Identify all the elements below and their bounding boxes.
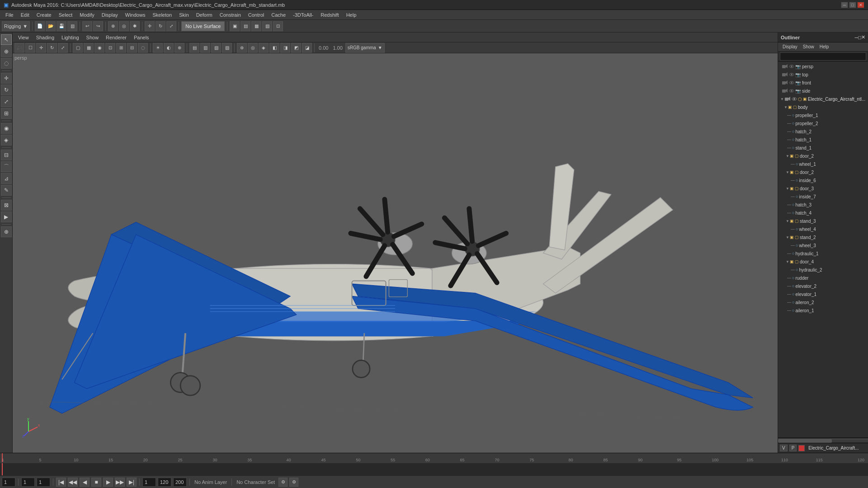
vis-cam-top[interactable] xyxy=(782,71,788,78)
menu-file[interactable]: File xyxy=(2,11,17,19)
measure-tool[interactable]: ⊿ xyxy=(1,173,12,184)
mode-dropdown[interactable]: Rigging ▼ xyxy=(2,21,30,31)
vp-extra-4[interactable]: ◧ xyxy=(269,43,279,53)
stand3-expand-icon[interactable]: ▼ xyxy=(785,219,790,223)
play-back-button[interactable]: ◀ xyxy=(80,478,90,487)
sculpt-tool[interactable]: ◈ xyxy=(1,135,12,145)
go-start-button[interactable]: |◀ xyxy=(56,478,66,487)
vp-res-1[interactable]: ▤ xyxy=(189,43,199,53)
door2-expand-icon[interactable]: ▼ xyxy=(785,154,790,158)
3d-viewport[interactable]: persp x y z xyxy=(13,53,778,453)
scale-tool[interactable]: ⤢ xyxy=(166,21,176,31)
outliner-hscrollbar-thumb[interactable] xyxy=(778,439,832,443)
anim-layer-btn[interactable]: ⚙ xyxy=(278,478,288,487)
tree-item-aileron-2[interactable]: — ○ aileron_2 xyxy=(778,298,868,306)
vp-menu-lighting[interactable]: Lighting xyxy=(58,34,83,41)
tree-item-hatch-3[interactable]: — ○ hatch_3 xyxy=(778,201,868,209)
render-btn-1[interactable]: ▣ xyxy=(230,21,240,31)
vp-extra-7[interactable]: ◪ xyxy=(302,43,312,53)
vp-snap-1[interactable]: ⊕ xyxy=(175,43,184,53)
menu-skeleton[interactable]: Skeleton xyxy=(149,11,175,19)
tree-item-door-4[interactable]: ▼ ▣ ▢ door_4 xyxy=(778,258,868,266)
range-start-display[interactable]: 1 xyxy=(142,478,156,487)
render-btn-2[interactable]: ▤ xyxy=(241,21,250,31)
close-button[interactable]: ✕ xyxy=(857,2,864,8)
tree-item-door-2b[interactable]: ▼ ▣ ▢ door_2 xyxy=(778,168,868,176)
select-tool[interactable]: ⊕ xyxy=(108,21,118,31)
scale-tool-left[interactable]: ⤢ xyxy=(1,96,12,107)
step-forward-button[interactable]: ▶▶ xyxy=(115,478,125,487)
tree-item-front[interactable]: 📷 front xyxy=(778,79,868,87)
menu-redshift[interactable]: Redshift xyxy=(317,11,342,19)
vis-cam-persp[interactable] xyxy=(782,63,788,70)
menu-display[interactable]: Display xyxy=(98,11,122,19)
timeline-ruler[interactable]: 1 5 10 15 20 25 30 35 40 45 50 55 60 65 … xyxy=(0,453,868,463)
vis-eye-top[interactable] xyxy=(788,71,795,78)
vp-menu-show[interactable]: Show xyxy=(83,34,103,41)
render-btn-3[interactable]: ▦ xyxy=(251,21,261,31)
menu-windows[interactable]: Windows xyxy=(122,11,149,19)
minimize-button[interactable]: ─ xyxy=(841,2,848,8)
vp-extra-5[interactable]: ◨ xyxy=(280,43,290,53)
menu-help[interactable]: Help xyxy=(343,11,360,19)
menu-deform[interactable]: Deform xyxy=(193,11,216,19)
paint-select-tool[interactable]: ⊕ xyxy=(1,46,12,57)
outliner-color-swatch[interactable] xyxy=(798,445,805,451)
vp-shading-7[interactable]: ◌ xyxy=(138,43,148,53)
vp-rotate-btn[interactable]: ↻ xyxy=(47,43,57,53)
lasso-select-tool[interactable]: ◌ xyxy=(1,58,12,69)
tree-item-side[interactable]: 📷 side xyxy=(778,87,868,95)
vis-cam-root[interactable] xyxy=(784,96,791,102)
vp-menu-panels[interactable]: Panels xyxy=(130,34,153,41)
tree-item-propeller-1[interactable]: — ○ propeller_1 xyxy=(778,111,868,119)
vp-res-3[interactable]: ▧ xyxy=(211,43,221,53)
body-expand-icon[interactable]: ▼ xyxy=(783,105,788,109)
stand2-expand-icon[interactable]: ▼ xyxy=(785,235,790,239)
maximize-button[interactable]: □ xyxy=(849,2,856,8)
step-back-button[interactable]: ◀◀ xyxy=(68,478,78,487)
tree-item-rudder[interactable]: — ○ rudder xyxy=(778,274,868,282)
tree-item-aircraft-root[interactable]: ▼ ⬡ ▣ Electric_Cargo_Aircraft_ntl... xyxy=(778,95,868,103)
render-tool[interactable]: ▶ xyxy=(1,211,12,222)
tree-item-door-2[interactable]: ▼ ▣ ▢ door_2 xyxy=(778,152,868,160)
universal-manip[interactable]: ⊞ xyxy=(1,108,12,119)
curve-tool[interactable]: ⌒ xyxy=(1,161,12,172)
tree-item-hatch-4[interactable]: — ○ hatch_4 xyxy=(778,209,868,217)
tree-item-inside-7[interactable]: — ○ inside_7 xyxy=(778,192,868,201)
char-set-btn[interactable]: ⚙ xyxy=(289,478,298,487)
vis-eye-side[interactable] xyxy=(788,88,795,94)
vp-move-btn[interactable]: ✛ xyxy=(36,43,46,53)
tree-item-inside-6[interactable]: — ○ inside_6 xyxy=(778,176,868,184)
menu-control[interactable]: Control xyxy=(245,11,268,19)
rotate-tool[interactable]: ↻ xyxy=(156,21,165,31)
tree-item-stand-1[interactable]: — ○ stand_1 xyxy=(778,144,868,152)
timeline-cursor[interactable] xyxy=(2,453,3,462)
vp-shading-5[interactable]: ⊞ xyxy=(116,43,126,53)
vis-eye-front[interactable] xyxy=(788,80,795,86)
move-tool[interactable]: ✛ xyxy=(145,21,155,31)
vp-res-2[interactable]: ▥ xyxy=(200,43,210,53)
door3-expand-icon[interactable]: ▼ xyxy=(785,187,790,191)
outliner-minimize[interactable]: ─ xyxy=(855,35,859,40)
menu-cache[interactable]: Cache xyxy=(268,11,289,19)
vis-eye-persp[interactable] xyxy=(788,63,795,70)
vp-cam-btn[interactable]: 🎥 xyxy=(14,43,24,53)
vp-shading-2[interactable]: ▦ xyxy=(84,43,94,53)
annotate-tool[interactable]: ✎ xyxy=(1,185,12,196)
tree-item-wheel-1[interactable]: — ○ wheel_1 xyxy=(778,160,868,168)
total-end-display[interactable]: 200 xyxy=(173,478,187,487)
render-btn-5[interactable]: ⊡ xyxy=(273,21,283,31)
select-tool-left[interactable]: ↖ xyxy=(1,34,12,45)
vp-select-btn[interactable]: ☐ xyxy=(25,43,35,53)
vp-shading-1[interactable]: ▢ xyxy=(73,43,83,53)
tree-item-body[interactable]: ▼ ▣ ▢ body xyxy=(778,103,868,111)
save-as-button[interactable]: ▥ xyxy=(67,21,77,31)
menu-create[interactable]: Create xyxy=(33,11,55,19)
tree-item-stand-2[interactable]: ▼ ▣ ▢ stand_2 xyxy=(778,233,868,241)
vis-cam-front[interactable] xyxy=(782,80,788,86)
color-space-dropdown[interactable]: sRGB gamma ▼ xyxy=(345,43,385,53)
outliner-menu-display[interactable]: Display xyxy=(780,44,800,50)
vp-scale-btn[interactable]: ⤢ xyxy=(58,43,68,53)
snap-tool[interactable]: ⊟ xyxy=(1,150,12,160)
tree-item-wheel-4[interactable]: — ○ wheel_4 xyxy=(778,225,868,233)
